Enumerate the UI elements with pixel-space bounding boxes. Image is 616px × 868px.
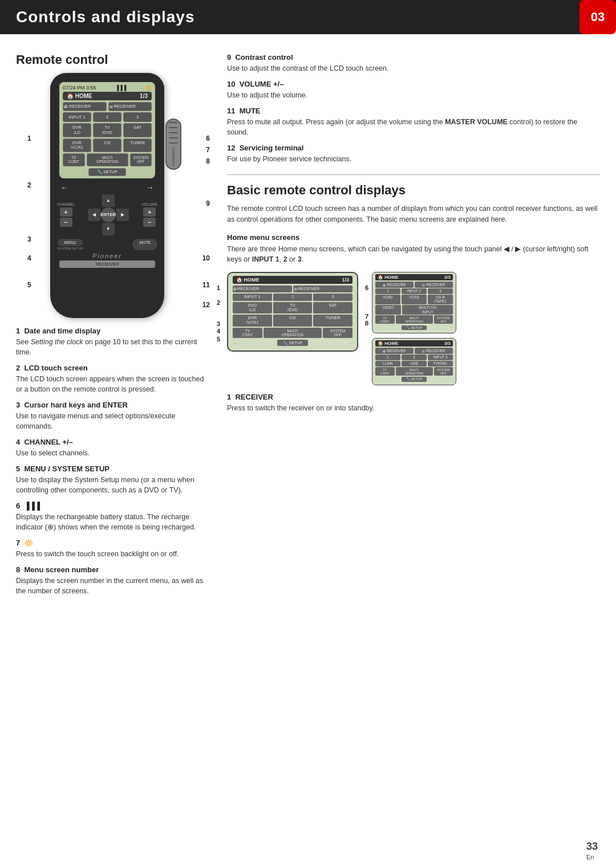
tv-dvd-btn[interactable]: TV/DVD	[93, 123, 121, 137]
system-off-btn[interactable]: SYSTEMOFF	[130, 153, 152, 166]
screen3-input1[interactable]: 1	[375, 354, 400, 360]
channel-minus[interactable]: −	[60, 218, 72, 227]
screen2-input2[interactable]: INPUT 2	[402, 288, 427, 294]
screen1-mockup: 🏠 HOME 1/3 ⏻ RECEIVER ▤ RECEIVER INPUT 1…	[227, 272, 358, 352]
main-content: Remote control 1 2 3 4 5 6 7 8 9 10 11 1…	[0, 34, 616, 602]
receiver-btn-1[interactable]: ⏻RECEIVER	[63, 102, 107, 111]
setup-btn[interactable]: 🔧 SETUP	[88, 168, 126, 176]
desc-item-3: 3 Cursor hard keys and ENTER Use to navi…	[16, 400, 210, 431]
input-btn-3[interactable]: 3	[123, 112, 152, 122]
screen3-tv-cont[interactable]: TVCONT	[375, 367, 395, 376]
desc-num-6: 6	[16, 502, 20, 510]
screen1-cd[interactable]: CD	[273, 315, 313, 327]
screen2-multi-op[interactable]: MULTIOPERATION	[396, 315, 433, 324]
volume-minus[interactable]: −	[143, 218, 156, 227]
mute-btn[interactable]: MUTE	[132, 239, 157, 250]
dpad-up[interactable]: ▲	[102, 194, 115, 207]
screen3-source1: LLINK USB PHONO	[375, 361, 453, 366]
screen3-input2[interactable]: 2	[402, 354, 427, 360]
right-arrow[interactable]: →	[146, 183, 154, 192]
receiver-bar: RECEIVER	[59, 260, 155, 268]
screen1-sat[interactable]: SAT	[313, 302, 352, 314]
dvr-ld-btn[interactable]: DVR/LD	[63, 123, 91, 137]
desc-body-11: Press to mute all output. Press again (o…	[227, 117, 600, 137]
remote-body: 07/24 PM 3:55 ▐▐▐ 🔆 🏠 HOME 1/3 ⏻RECEIVER…	[50, 73, 164, 318]
screen3-phono[interactable]: PHONO	[428, 361, 453, 366]
dpad-left[interactable]: ◀	[88, 209, 100, 221]
screen2-recv2[interactable]: ▤ RECEIVER	[415, 282, 453, 288]
screen1-recv2[interactable]: ▤ RECEIVER	[293, 286, 352, 292]
screen1-recv1[interactable]: ⏻ RECEIVER	[233, 286, 292, 292]
screen3-input3[interactable]: INPUT 3	[428, 354, 453, 360]
screen2-home-label: 🏠 HOME	[378, 275, 398, 280]
channel-col: CHANNEL + −	[57, 202, 75, 227]
screen3-home-bar: 🏠 HOME 3/3	[375, 340, 453, 347]
screen2-tv-cont[interactable]: TVCONT	[375, 315, 395, 324]
tuner-btn[interactable]: TUNER	[123, 138, 152, 153]
screen1-source1: DVD/LD TV/DVD SAT	[233, 302, 352, 314]
desc-item-1: 1 Date and time display See Setting the …	[16, 326, 210, 357]
home-page: 1/3	[140, 93, 148, 99]
dvr-vcr1-btn[interactable]: DVR/VCR1	[63, 138, 91, 153]
sat-btn[interactable]: SAT	[123, 123, 152, 137]
scroll-line	[169, 137, 178, 138]
screen1-sys-off[interactable]: SYSTEMOFF	[323, 328, 352, 338]
dpad-right[interactable]: ▶	[116, 209, 129, 221]
backlight-icon: 🔆	[145, 85, 152, 91]
screen2-setup[interactable]: 🔧 SETUP	[402, 325, 427, 331]
screen2-video[interactable]: VIDEO	[375, 305, 401, 315]
input-btn-1[interactable]: INPUT 1	[63, 112, 91, 122]
multi-op-btn[interactable]: MULTIOPERATION	[87, 153, 128, 166]
screen3-multi-op[interactable]: MULTIOPERATION	[396, 367, 433, 376]
screen2-multi-ch[interactable]: MULTI CHINPUT	[402, 305, 453, 315]
screen2-vcr2[interactable]: VCR2	[375, 295, 400, 304]
screen1-input2[interactable]: 2	[273, 294, 313, 300]
screen2-left-arrow: ←	[375, 325, 380, 330]
screen1-tv-dvd[interactable]: TV/DVD	[273, 302, 313, 314]
left-arrow[interactable]: ←	[60, 183, 68, 192]
screen2-sys-off[interactable]: SYSTEMOFF	[434, 315, 453, 324]
screen2-home-bar: 🏠 HOME 2/3	[375, 274, 453, 280]
home-menu-section: Home menu screens There are three Home m…	[227, 233, 600, 266]
screen1-home-label: 🏠 HOME	[236, 277, 260, 283]
volume-plus[interactable]: +	[143, 207, 156, 217]
screen2-input3[interactable]: 3	[428, 288, 453, 294]
screen2-cdr[interactable]: CD-R/TAPE1	[428, 295, 453, 304]
screen3-page: 3/3	[444, 341, 451, 346]
screen1-tuner[interactable]: TUNER	[313, 315, 352, 327]
scroll-wheel[interactable]: CONTRAST	[165, 119, 181, 170]
dpad-down[interactable]: ▼	[102, 223, 115, 235]
screen1-input3[interactable]: 3	[313, 294, 352, 300]
receiver-note: 1 RECEIVER Press to switch the receiver …	[227, 392, 600, 413]
input-btn-2[interactable]: 2	[93, 112, 121, 122]
screen1-tv-cont[interactable]: TVCONT	[233, 328, 262, 338]
screen1-dvd-ld[interactable]: DVD/LD	[233, 302, 272, 314]
screen1-setup[interactable]: 🔧 SETUP	[277, 340, 308, 347]
screen3-recv1[interactable]: ⏻ RECEIVER	[375, 348, 414, 354]
screen1-dvr-vcr1[interactable]: DVR/VCR1	[233, 315, 272, 327]
menu-btn[interactable]: MENU	[58, 239, 83, 246]
label-6: 6	[206, 135, 210, 142]
dpad-enter[interactable]: ENTER	[101, 207, 116, 222]
remote-screen-top: 07/24 PM 3:55 ▐▐▐ 🔆	[63, 85, 152, 91]
screen2-recv1[interactable]: ⏻ RECEIVER	[375, 282, 414, 288]
screen3-recv2[interactable]: ▤ RECEIVER	[415, 348, 453, 354]
channel-plus[interactable]: +	[60, 207, 72, 217]
screen3-setup[interactable]: 🔧 SETUP	[402, 377, 427, 382]
receiver-btn-row: ⏻RECEIVER ▤RECEIVER	[63, 102, 152, 111]
receiver-btn-2[interactable]: ▤RECEIVER	[108, 102, 152, 111]
basic-displays-intro: The remote control LCD touch screen has …	[227, 203, 600, 225]
screen1-input1[interactable]: INPUT 1	[233, 294, 272, 300]
screen1-multi-op[interactable]: MULTIOPERATION	[264, 328, 322, 338]
screen2-input1[interactable]: 1	[375, 288, 400, 294]
label-4: 4	[27, 254, 31, 262]
screen3-usb[interactable]: USB	[402, 361, 427, 366]
pioneer-logo: Pioneer	[57, 252, 157, 259]
label-1: 1	[27, 135, 31, 142]
screen2-vcr3[interactable]: VCR3	[402, 295, 427, 304]
screen1-left-arrow: ←	[233, 340, 238, 346]
screen3-llink[interactable]: LLINK	[375, 361, 400, 366]
screen3-sys-off[interactable]: SYSTEMOFF	[434, 367, 453, 376]
cd-btn[interactable]: CD	[93, 138, 121, 153]
tv-cont-btn[interactable]: TVCONT	[63, 153, 85, 166]
